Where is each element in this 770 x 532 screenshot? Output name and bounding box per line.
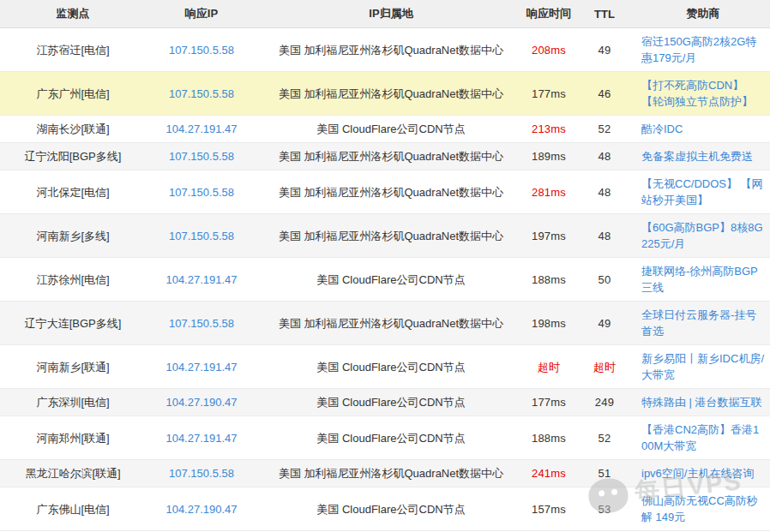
ttl-value: 48: [573, 143, 636, 170]
sponsor-link[interactable]: 【60G高防BGP】8核8G 225元/月: [641, 221, 763, 250]
sponsor-link[interactable]: 宿迁150G高防2核2G特惠179元/月: [641, 35, 756, 64]
sponsor-link[interactable]: 新乡易阳丨新乡IDC机房/大带宽: [641, 352, 764, 381]
response-time: 157ms: [525, 487, 573, 531]
response-time: 213ms: [525, 116, 573, 143]
monitor-point: 河南郑州[联通]: [0, 416, 146, 460]
ttl-value: 52: [573, 116, 636, 143]
monitor-point: 河南新乡[联通]: [0, 345, 146, 389]
response-time: 198ms: [525, 302, 573, 345]
ttl-value: 249: [573, 389, 636, 416]
monitor-point: 辽宁大连[BGP多线]: [0, 302, 146, 345]
col-header-ip: 响应IP: [146, 0, 257, 28]
sponsor-link[interactable]: 捷联网络-徐州高防BGP三线: [641, 265, 758, 294]
response-time: 177ms: [525, 389, 573, 416]
ttl-value: 53: [573, 487, 636, 531]
ttl-value: 48: [573, 170, 636, 214]
ip-cell: 104.27.191.47: [146, 416, 257, 460]
sponsor-link[interactable]: 佛山高防无视CC高防秒解 149元: [641, 494, 758, 523]
ip-link[interactable]: 107.150.5.58: [169, 150, 234, 163]
table-row: 河北保定[电信] 107.150.5.58 美国 加利福尼亚州洛杉矶Quadra…: [0, 170, 770, 214]
sponsor-cell: 【香港CN2高防】香港100M大带宽: [636, 416, 770, 460]
sponsor-link[interactable]: 【香港CN2高防】香港100M大带宽: [641, 423, 759, 452]
sponsor-cell: 【60G高防BGP】8核8G 225元/月: [636, 214, 770, 258]
col-header-ttl: TTL: [573, 0, 636, 28]
col-header-location: IP归属地: [257, 0, 525, 28]
ip-link[interactable]: 107.150.5.58: [169, 317, 234, 330]
table-row: 湖南长沙[联通] 104.27.191.47 美国 CloudFlare公司CD…: [0, 116, 770, 143]
response-time: 188ms: [525, 258, 573, 302]
ip-link[interactable]: 107.150.5.58: [169, 467, 234, 480]
ttl-value: 49: [573, 302, 636, 345]
response-time: 177ms: [525, 72, 573, 116]
sponsor-cell: 捷联网络-徐州高防BGP三线: [636, 258, 770, 302]
table-row: 河南新乡[联通] 104.27.191.47 美国 CloudFlare公司CD…: [0, 345, 770, 389]
sponsor-cell: 全球日付云服务器-挂号首选: [636, 302, 770, 345]
ip-cell: 107.150.5.58: [146, 143, 257, 170]
table-header-row: 监测点 响应IP IP归属地 响应时间 TTL 赞助商: [0, 0, 770, 28]
table-row: 辽宁沈阳[BGP多线] 107.150.5.58 美国 加利福尼亚州洛杉矶Qua…: [0, 143, 770, 170]
ip-link[interactable]: 107.150.5.58: [169, 44, 234, 57]
ttl-value: 50: [573, 258, 636, 302]
ip-location: 美国 加利福尼亚州洛杉矶QuadraNet数据中心: [257, 214, 525, 258]
monitor-point: 黑龙江哈尔滨[联通]: [0, 460, 146, 487]
ip-cell: 107.150.5.58: [146, 28, 257, 72]
col-header-time: 响应时间: [525, 0, 573, 28]
sponsor-cell: 【打不死高防CDN】 【轮询独立节点防护】: [636, 72, 770, 116]
table-row: 广东深圳[电信] 104.27.190.47 美国 CloudFlare公司CD…: [0, 389, 770, 416]
monitor-point: 河南新乡[多线]: [0, 214, 146, 258]
ip-location: 美国 CloudFlare公司CDN节点: [257, 116, 525, 143]
ttl-value: 48: [573, 214, 636, 258]
ip-location: 美国 CloudFlare公司CDN节点: [257, 487, 525, 531]
ttl-value: 46: [573, 72, 636, 116]
ip-link[interactable]: 104.27.190.47: [165, 396, 237, 409]
monitor-point: 广东深圳[电信]: [0, 389, 146, 416]
table-row-highlighted: 广东广州[电信] 107.150.5.58 美国 加利福尼亚州洛杉矶Quadra…: [0, 72, 770, 116]
table-row: 江苏宿迁[电信] 107.150.5.58 美国 加利福尼亚州洛杉矶Quadra…: [0, 28, 770, 72]
ip-location: 美国 CloudFlare公司CDN节点: [257, 416, 525, 460]
ip-link[interactable]: 107.150.5.58: [169, 230, 234, 242]
sponsor-link[interactable]: 【打不死高防CDN】 【轮询独立节点防护】: [641, 79, 753, 108]
sponsor-cell: 免备案虚拟主机免费送: [636, 143, 770, 170]
monitor-point: 辽宁沈阳[BGP多线]: [0, 143, 146, 170]
ip-location: 美国 CloudFlare公司CDN节点: [257, 345, 525, 389]
sponsor-cell: 新乡易阳丨新乡IDC机房/大带宽: [636, 345, 770, 389]
ip-cell: 104.27.190.47: [146, 389, 257, 416]
ip-cell: 107.150.5.58: [146, 214, 257, 258]
response-time: 189ms: [525, 143, 573, 170]
response-time: 281ms: [525, 170, 573, 214]
ip-link[interactable]: 104.27.190.47: [165, 503, 237, 516]
sponsor-link[interactable]: ipv6空间/主机在线咨询: [641, 467, 754, 480]
ip-link[interactable]: 104.27.191.47: [165, 432, 237, 445]
ip-link[interactable]: 104.27.191.47: [165, 123, 237, 135]
table-row: 黑龙江哈尔滨[联通] 107.150.5.58 美国 加利福尼亚州洛杉矶Quad…: [0, 460, 770, 487]
ip-link[interactable]: 107.150.5.58: [169, 87, 234, 100]
ttl-value: 超时: [573, 345, 636, 389]
sponsor-cell: 宿迁150G高防2核2G特惠179元/月: [636, 28, 770, 72]
sponsor-link[interactable]: 特殊路由 | 港台数据互联: [641, 396, 762, 409]
ip-cell: 107.150.5.58: [146, 72, 257, 116]
table-row: 河南郑州[联通] 104.27.191.47 美国 CloudFlare公司CD…: [0, 416, 770, 460]
ip-link[interactable]: 107.150.5.58: [169, 186, 234, 199]
ip-location: 美国 加利福尼亚州洛杉矶QuadraNet数据中心: [257, 143, 525, 170]
ip-link[interactable]: 104.27.191.47: [165, 361, 237, 374]
ip-cell: 104.27.191.47: [146, 345, 257, 389]
ttl-value: 52: [573, 416, 636, 460]
ip-cell: 107.150.5.58: [146, 460, 257, 487]
ip-location: 美国 加利福尼亚州洛杉矶QuadraNet数据中心: [257, 72, 525, 116]
col-header-monitor: 监测点: [0, 0, 146, 28]
sponsor-link[interactable]: 酷冷IDC: [641, 123, 683, 135]
ip-link[interactable]: 104.27.191.47: [165, 273, 237, 286]
monitor-point: 广东广州[电信]: [0, 72, 146, 116]
sponsor-link[interactable]: 【无视CC/DDOS】 【网站秒开美国】: [641, 177, 763, 206]
sponsor-cell: 特殊路由 | 港台数据互联: [636, 389, 770, 416]
ip-location: 美国 加利福尼亚州洛杉矶QuadraNet数据中心: [257, 460, 525, 487]
col-header-sponsor: 赞助商: [636, 0, 770, 28]
ip-cell: 107.150.5.58: [146, 170, 257, 214]
sponsor-link[interactable]: 全球日付云服务器-挂号首选: [641, 308, 756, 338]
ip-location: 美国 CloudFlare公司CDN节点: [257, 258, 525, 302]
table-row: 广东佛山[电信] 104.27.190.47 美国 CloudFlare公司CD…: [0, 487, 770, 531]
ip-cell: 104.27.191.47: [146, 116, 257, 143]
table-row: 江苏徐州[电信] 104.27.191.47 美国 CloudFlare公司CD…: [0, 258, 770, 302]
ip-location: 美国 加利福尼亚州洛杉矶QuadraNet数据中心: [257, 28, 525, 72]
sponsor-link[interactable]: 免备案虚拟主机免费送: [641, 150, 753, 163]
